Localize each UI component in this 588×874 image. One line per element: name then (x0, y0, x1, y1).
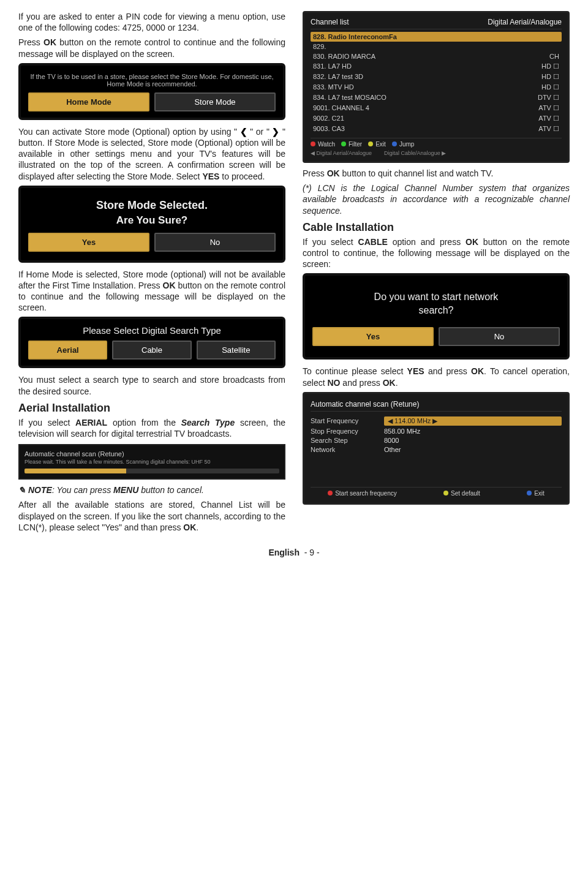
channel-row[interactable]: 9002. C21ATV ☐ (311, 113, 562, 124)
store-mode-button[interactable]: Store Mode (154, 92, 276, 111)
channel-row[interactable]: 830. RADIO MARCACH (311, 51, 562, 61)
cl-filter-button[interactable]: Filter (349, 141, 362, 148)
channel-list-mode: Digital Aerial/Analogue (488, 18, 562, 26)
aerial-installation-heading: Aerial Installation (18, 402, 285, 415)
network-no-button[interactable]: No (439, 327, 560, 346)
dialog-title: Store Mode Selected. (28, 199, 276, 212)
left-arrow-icon: ❮ (240, 126, 247, 134)
channel-row[interactable]: 9003. CA3ATV ☐ (311, 124, 562, 134)
cancel-note: NOTE: You can press MENU button to cance… (18, 484, 285, 495)
form-row[interactable]: Search Step8000 (311, 437, 562, 444)
continue-paragraph: To continue please select YES and press … (303, 366, 570, 388)
channel-row[interactable]: 833. MTV HDHD ☐ (311, 82, 562, 92)
channel-row[interactable]: 828. Radio IntereconomFa (311, 32, 562, 42)
home-mode-button[interactable]: Home Mode (28, 92, 149, 111)
pin-paragraph: If you are asked to enter a PIN code for… (18, 11, 285, 33)
quit-channel-list-paragraph: Press OK button to quit channel list and… (303, 168, 570, 179)
cable-button[interactable]: Cable (112, 341, 191, 360)
satellite-button[interactable]: Satellite (197, 341, 276, 360)
form-exit[interactable]: Exit (534, 490, 545, 497)
dialog-no-button[interactable]: No (154, 233, 276, 252)
form-row[interactable]: NetworkOther (311, 446, 562, 453)
page-footer: English - 9 - (18, 548, 570, 557)
channel-row[interactable]: 829. (311, 42, 562, 51)
form-row[interactable]: Stop Frequency858.00 MHz (311, 428, 562, 435)
scan-progress-bar (24, 469, 279, 473)
store-mode-description: You can activate Store mode (Optional) o… (18, 126, 285, 182)
scan-title: Automatic channel scan (Retune) (24, 450, 279, 458)
note-icon (18, 485, 28, 495)
channel-list-screenshot: Channel list Digital Aerial/Analogue 828… (303, 11, 570, 163)
scan-subtitle: Please wait. This will take a few minute… (24, 459, 279, 465)
store-mode-hint-text: If the TV is to be used in a store, plea… (28, 73, 276, 88)
cl-exit-button[interactable]: Exit (375, 141, 386, 148)
cable-paragraph: If you select CABLE option and press OK … (303, 236, 570, 270)
automatic-scan-box: Automatic channel scan (Retune) Please w… (18, 444, 285, 480)
store-mode-confirm-dialog: Store Mode Selected. Are You Sure? Yes N… (18, 186, 285, 263)
network-search-dialog: Do you want to start network search? Yes… (303, 273, 570, 360)
aerial-button[interactable]: Aerial (28, 341, 107, 360)
home-mode-paragraph: If Home Mode is selected, Store mode (op… (18, 269, 285, 314)
network-search-line1: Do you want to start network (312, 292, 560, 303)
press-ok-paragraph-1: Press OK button on the remote control to… (18, 37, 285, 59)
cl-jump-button[interactable]: Jump (399, 141, 414, 148)
dialog-subtitle: Are You Sure? (28, 214, 276, 227)
lcn-note: (*) LCN is the Logical Channel Number sy… (303, 183, 570, 216)
channel-row[interactable]: 834. LA7 test MOSAICODTV ☐ (311, 92, 562, 103)
channel-row[interactable]: 832. LA7 test 3DHD ☐ (311, 72, 562, 82)
search-type-title: Please Select Digital Search Type (28, 325, 276, 336)
search-type-dialog: Please Select Digital Search Type Aerial… (18, 317, 285, 368)
cl-watch-button[interactable]: Watch (318, 141, 335, 148)
store-mode-hint-dialog: If the TV is to be used in a store, plea… (18, 63, 285, 120)
channel-list-title: Channel list (311, 18, 349, 26)
left-column: If you are asked to enter a PIN code for… (18, 11, 285, 537)
form-start-search[interactable]: Start search frequency (335, 490, 397, 497)
channel-row[interactable]: 831. LA7 HDHD ☐ (311, 61, 562, 72)
dialog-yes-button[interactable]: Yes (28, 233, 149, 252)
channel-row[interactable]: 9001. CHANNEL 4ATV ☐ (311, 103, 562, 113)
channel-list-paragraph: After all the available stations are sto… (18, 499, 285, 533)
network-yes-button[interactable]: Yes (312, 327, 434, 346)
search-type-paragraph: You must select a search type to search … (18, 374, 285, 396)
form-set-default[interactable]: Set default (451, 490, 480, 497)
form-row[interactable]: Start Frequency◀ 114.00 MHz ▶ (311, 416, 562, 426)
cable-installation-heading: Cable Installation (303, 221, 570, 234)
retune-form-title: Automatic channel scan (Retune) (311, 400, 562, 412)
right-arrow-icon: ❯ (272, 126, 279, 134)
aerial-paragraph: If you select AERIAL option from the Sea… (18, 417, 285, 439)
right-column: Channel list Digital Aerial/Analogue 828… (303, 11, 570, 537)
retune-form-screenshot: Automatic channel scan (Retune) Start Fr… (303, 392, 570, 505)
network-search-line2: search? (312, 305, 560, 316)
